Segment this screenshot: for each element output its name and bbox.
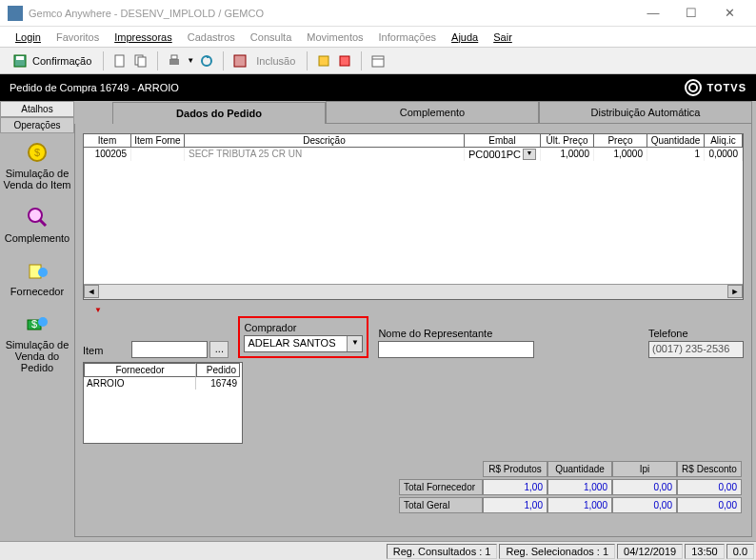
item-browse-button[interactable]: ...	[209, 341, 229, 358]
print-dropdown-icon[interactable]: ▼	[187, 56, 194, 65]
th-desconto: R$ Desconto	[677, 461, 742, 477]
cube1-icon[interactable]	[315, 52, 332, 70]
scroll-right-icon[interactable]: ►	[727, 285, 743, 298]
menu-movimentos: Movimentos	[299, 30, 370, 45]
tab-dados-pedido[interactable]: Dados do Pedido	[112, 102, 326, 125]
total-geral-label: Total Geral	[399, 497, 483, 513]
close-button[interactable]: ✕	[710, 2, 748, 25]
items-grid[interactable]: Item Item Forne Descrição Embal Últ. Pre…	[83, 133, 744, 300]
svg-point-21	[38, 317, 48, 327]
toolbar: Confirmação ▼ Inclusão	[0, 48, 756, 74]
comprador-label: Comprador	[244, 322, 363, 333]
maximize-button[interactable]: ☐	[672, 2, 710, 25]
col-ult-preco[interactable]: Últ. Preço	[541, 134, 594, 147]
col-item-forne[interactable]: Item Forne	[131, 134, 185, 147]
total-fornecedor-label: Total Fornecedor	[399, 479, 483, 495]
supplier-icon	[24, 257, 50, 284]
brand-logo: TOTVS	[685, 79, 746, 96]
totals-section: R$ Produtos Quantidade Ipi R$ Desconto T…	[399, 461, 742, 513]
fp-row[interactable]: ARROIO 16749	[84, 377, 242, 390]
svg-line-16	[40, 220, 46, 226]
left-tab-operacoes[interactable]: Operações	[0, 117, 74, 133]
col-descricao[interactable]: Descrição	[185, 134, 465, 147]
menu-consulta: Consulta	[243, 30, 299, 45]
inclusao-button[interactable]: Inclusão	[252, 54, 299, 68]
svg-rect-5	[169, 59, 179, 65]
page-title: Pedido de Compra 16749 - ARROIO	[10, 82, 179, 93]
svg-rect-11	[372, 56, 384, 67]
sidebar-item-simulacao-venda-item[interactable]: $ Simulação de Venda do Item	[2, 139, 72, 190]
th-ipi: Ipi	[612, 461, 677, 477]
content-area: Dados do Pedido Complemento Distribuição…	[74, 101, 756, 541]
fornecedor-pedido-table: Fornecedor Pedido ARROIO 16749	[83, 362, 243, 444]
save-icon	[11, 52, 29, 70]
totvs-icon	[685, 79, 702, 96]
sidebar-item-complemento[interactable]: Complemento	[2, 204, 72, 244]
item-label: Item	[83, 345, 103, 356]
representante-input[interactable]	[378, 341, 534, 358]
money-order-icon: $	[24, 310, 50, 337]
menu-ajuda[interactable]: Ajuda	[444, 30, 486, 45]
svg-rect-6	[171, 55, 177, 59]
svg-point-15	[29, 209, 42, 222]
menu-informacoes: Informações	[371, 30, 445, 45]
magnifier-icon	[24, 204, 50, 230]
comprador-combo[interactable]: ADELAR SANTOS ▼	[244, 335, 363, 352]
fp-col-fornecedor: Fornecedor	[84, 363, 196, 377]
svg-text:$: $	[31, 318, 37, 330]
left-tab-atalhos[interactable]: Atalhos	[0, 101, 74, 117]
svg-rect-2	[115, 55, 124, 67]
calendar-icon[interactable]	[369, 52, 387, 70]
cube2-icon[interactable]	[336, 52, 353, 70]
sidebar-item-fornecedor[interactable]: Fornecedor	[2, 257, 72, 297]
th-quantidade: Quantidade	[547, 461, 612, 477]
svg-rect-4	[138, 57, 146, 67]
comprador-highlight: Comprador ADELAR SANTOS ▼	[238, 316, 368, 358]
menu-sair[interactable]: Sair	[486, 30, 520, 45]
tab-distribuicao[interactable]: Distribuição Automática	[539, 101, 752, 124]
embal-combo[interactable]: PC0001PC▼	[465, 148, 541, 161]
print-icon[interactable]	[166, 52, 183, 70]
status-selecionados: Reg. Selecionados : 1	[499, 544, 615, 559]
statusbar: Reg. Consultados : 1 Reg. Selecionados :…	[0, 541, 756, 560]
col-item[interactable]: Item	[84, 134, 131, 147]
app-icon	[8, 6, 23, 21]
grid-hscroll[interactable]: ◄ ►	[84, 284, 743, 299]
fp-col-pedido: Pedido	[196, 363, 240, 377]
col-aliq[interactable]: Aliq.ic	[705, 134, 743, 147]
refresh-icon[interactable]	[198, 52, 215, 70]
svg-rect-1	[16, 56, 24, 60]
status-consultados: Reg. Consultados : 1	[387, 544, 498, 559]
new-icon[interactable]	[111, 52, 129, 70]
minimize-button[interactable]: —	[634, 2, 672, 25]
th-produtos: R$ Produtos	[483, 461, 547, 477]
svg-rect-9	[319, 56, 328, 66]
page-header: Pedido de Compra 16749 - ARROIO TOTVS	[0, 74, 756, 101]
sidebar-item-simulacao-venda-pedido[interactable]: $ Simulação de Venda do Pedido	[2, 310, 72, 373]
chevron-down-icon[interactable]: ▼	[347, 336, 362, 351]
confirm-button[interactable]: Confirmação	[8, 51, 95, 70]
svg-point-18	[38, 268, 48, 277]
menu-favoritos: Favoritos	[49, 30, 107, 45]
svg-text:$: $	[34, 147, 40, 158]
col-embal[interactable]: Embal	[465, 134, 541, 147]
coin-icon: $	[24, 139, 50, 166]
tab-complemento[interactable]: Complemento	[326, 101, 539, 124]
menu-impressoras[interactable]: Impressoras	[107, 30, 180, 45]
status-extra: 0.0	[726, 544, 754, 559]
telefone-label: Telefone	[648, 328, 744, 339]
scroll-left-icon[interactable]: ◄	[84, 285, 99, 298]
status-time: 13:50	[685, 544, 725, 559]
svg-rect-8	[234, 55, 246, 67]
status-date: 04/12/2019	[617, 544, 683, 559]
menu-login[interactable]: Login	[8, 30, 49, 45]
grid-row[interactable]: 100205 SECF TRIBUTA 25 CR UN PC0001PC▼ 1…	[84, 148, 743, 161]
grid-icon[interactable]	[231, 52, 249, 70]
chevron-down-icon: ▼	[523, 149, 536, 160]
col-quantidade[interactable]: Quantidade	[647, 134, 705, 147]
svg-rect-10	[340, 56, 349, 66]
col-preco[interactable]: Preço	[594, 134, 647, 147]
copy-icon[interactable]	[132, 52, 149, 70]
menubar: Login Favoritos Impressoras Cadastros Co…	[0, 27, 756, 48]
item-input[interactable]	[131, 341, 208, 358]
